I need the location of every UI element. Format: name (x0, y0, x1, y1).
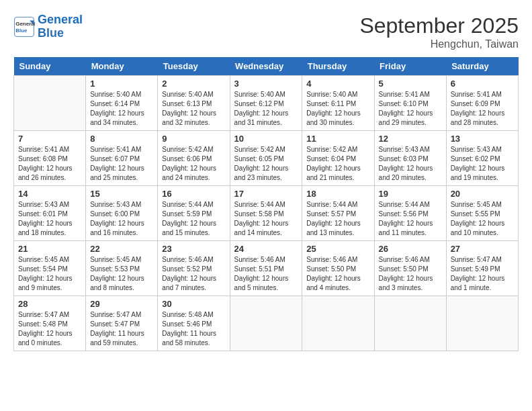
svg-text:Blue: Blue (15, 28, 28, 34)
day-number: 7 (18, 134, 81, 144)
calendar-cell: 4Sunrise: 5:40 AM Sunset: 6:11 PM Daylig… (302, 76, 374, 131)
month-title: September 2025 (359, 13, 519, 38)
day-number: 23 (162, 244, 225, 254)
day-number: 21 (18, 244, 81, 254)
calendar-cell: 1Sunrise: 5:40 AM Sunset: 6:14 PM Daylig… (86, 76, 158, 131)
calendar-cell: 25Sunrise: 5:46 AM Sunset: 5:50 PM Dayli… (302, 241, 374, 296)
calendar-cell: 16Sunrise: 5:44 AM Sunset: 5:59 PM Dayli… (158, 186, 230, 241)
day-info: Sunrise: 5:43 AM Sunset: 6:01 PM Dayligh… (18, 200, 81, 238)
day-info: Sunrise: 5:40 AM Sunset: 6:13 PM Dayligh… (162, 90, 225, 128)
calendar-cell: 29Sunrise: 5:47 AM Sunset: 5:47 PM Dayli… (86, 296, 158, 351)
day-info: Sunrise: 5:46 AM Sunset: 5:50 PM Dayligh… (306, 255, 369, 293)
weekday-header-wednesday: Wednesday (230, 57, 302, 76)
title-area: September 2025 Hengchun, Taiwan (359, 13, 519, 50)
calendar-cell: 21Sunrise: 5:45 AM Sunset: 5:54 PM Dayli… (14, 241, 86, 296)
calendar-cell: 5Sunrise: 5:41 AM Sunset: 6:10 PM Daylig… (374, 76, 446, 131)
day-info: Sunrise: 5:48 AM Sunset: 5:46 PM Dayligh… (162, 310, 225, 348)
day-info: Sunrise: 5:43 AM Sunset: 6:00 PM Dayligh… (90, 200, 153, 238)
day-info: Sunrise: 5:44 AM Sunset: 5:58 PM Dayligh… (234, 200, 298, 238)
weekday-header-sunday: Sunday (14, 57, 86, 76)
calendar-table: SundayMondayTuesdayWednesdayThursdayFrid… (13, 57, 519, 351)
calendar-cell: 28Sunrise: 5:47 AM Sunset: 5:48 PM Dayli… (14, 296, 86, 351)
day-info: Sunrise: 5:46 AM Sunset: 5:52 PM Dayligh… (162, 255, 225, 293)
calendar-cell: 6Sunrise: 5:41 AM Sunset: 6:09 PM Daylig… (446, 76, 518, 131)
calendar-cell: 17Sunrise: 5:44 AM Sunset: 5:58 PM Dayli… (230, 186, 302, 241)
day-number: 12 (379, 134, 442, 144)
calendar-cell (14, 76, 86, 131)
day-info: Sunrise: 5:42 AM Sunset: 6:05 PM Dayligh… (234, 145, 298, 183)
day-number: 29 (90, 299, 153, 309)
day-number: 30 (162, 299, 225, 309)
day-number: 1 (90, 79, 153, 89)
day-info: Sunrise: 5:46 AM Sunset: 5:50 PM Dayligh… (379, 255, 442, 293)
calendar-cell: 13Sunrise: 5:43 AM Sunset: 6:02 PM Dayli… (446, 131, 518, 186)
weekday-header-tuesday: Tuesday (158, 57, 230, 76)
week-row-4: 21Sunrise: 5:45 AM Sunset: 5:54 PM Dayli… (14, 241, 519, 296)
day-number: 26 (379, 244, 442, 254)
week-row-1: 1Sunrise: 5:40 AM Sunset: 6:14 PM Daylig… (14, 76, 519, 131)
day-number: 8 (90, 134, 153, 144)
day-info: Sunrise: 5:44 AM Sunset: 5:56 PM Dayligh… (379, 200, 442, 238)
weekday-header-row: SundayMondayTuesdayWednesdayThursdayFrid… (14, 57, 519, 76)
calendar-cell: 23Sunrise: 5:46 AM Sunset: 5:52 PM Dayli… (158, 241, 230, 296)
calendar-cell: 8Sunrise: 5:41 AM Sunset: 6:07 PM Daylig… (86, 131, 158, 186)
day-info: Sunrise: 5:41 AM Sunset: 6:09 PM Dayligh… (451, 90, 514, 128)
calendar-cell: 24Sunrise: 5:46 AM Sunset: 5:51 PM Dayli… (230, 241, 302, 296)
day-info: Sunrise: 5:45 AM Sunset: 5:54 PM Dayligh… (18, 255, 81, 293)
day-number: 4 (306, 79, 369, 89)
day-number: 20 (451, 189, 514, 199)
calendar-cell (374, 296, 446, 351)
day-number: 2 (162, 79, 225, 89)
weekday-header-monday: Monday (86, 57, 158, 76)
calendar-cell: 18Sunrise: 5:44 AM Sunset: 5:57 PM Dayli… (302, 186, 374, 241)
calendar-cell: 30Sunrise: 5:48 AM Sunset: 5:46 PM Dayli… (158, 296, 230, 351)
day-info: Sunrise: 5:47 AM Sunset: 5:47 PM Dayligh… (90, 310, 153, 348)
week-row-3: 14Sunrise: 5:43 AM Sunset: 6:01 PM Dayli… (14, 186, 519, 241)
day-info: Sunrise: 5:40 AM Sunset: 6:11 PM Dayligh… (306, 90, 369, 128)
day-number: 14 (18, 189, 81, 199)
calendar-cell (230, 296, 302, 351)
header: General Blue General Blue September 2025… (13, 13, 519, 50)
day-number: 6 (451, 79, 514, 89)
day-number: 22 (90, 244, 153, 254)
calendar-cell (446, 296, 518, 351)
day-info: Sunrise: 5:47 AM Sunset: 5:48 PM Dayligh… (18, 310, 81, 348)
calendar-cell: 11Sunrise: 5:42 AM Sunset: 6:04 PM Dayli… (302, 131, 374, 186)
weekday-header-thursday: Thursday (302, 57, 374, 76)
calendar-cell: 2Sunrise: 5:40 AM Sunset: 6:13 PM Daylig… (158, 76, 230, 131)
logo: General Blue General Blue (13, 13, 83, 40)
week-row-2: 7Sunrise: 5:41 AM Sunset: 6:08 PM Daylig… (14, 131, 519, 186)
calendar-cell: 15Sunrise: 5:43 AM Sunset: 6:00 PM Dayli… (86, 186, 158, 241)
day-info: Sunrise: 5:43 AM Sunset: 6:03 PM Dayligh… (379, 145, 442, 183)
calendar-cell: 3Sunrise: 5:40 AM Sunset: 6:12 PM Daylig… (230, 76, 302, 131)
day-number: 25 (306, 244, 369, 254)
day-info: Sunrise: 5:47 AM Sunset: 5:49 PM Dayligh… (451, 255, 514, 293)
logo-wordmark: General Blue (38, 13, 83, 40)
day-number: 16 (162, 189, 225, 199)
location-title: Hengchun, Taiwan (359, 38, 519, 50)
day-info: Sunrise: 5:44 AM Sunset: 5:59 PM Dayligh… (162, 200, 225, 238)
day-number: 15 (90, 189, 153, 199)
day-info: Sunrise: 5:42 AM Sunset: 6:06 PM Dayligh… (162, 145, 225, 183)
day-info: Sunrise: 5:44 AM Sunset: 5:57 PM Dayligh… (306, 200, 369, 238)
calendar-cell: 7Sunrise: 5:41 AM Sunset: 6:08 PM Daylig… (14, 131, 86, 186)
logo-icon: General Blue (13, 16, 35, 38)
day-number: 17 (234, 189, 298, 199)
calendar-cell: 26Sunrise: 5:46 AM Sunset: 5:50 PM Dayli… (374, 241, 446, 296)
day-info: Sunrise: 5:41 AM Sunset: 6:10 PM Dayligh… (379, 90, 442, 128)
day-info: Sunrise: 5:40 AM Sunset: 6:12 PM Dayligh… (234, 90, 298, 128)
calendar-cell: 12Sunrise: 5:43 AM Sunset: 6:03 PM Dayli… (374, 131, 446, 186)
day-info: Sunrise: 5:43 AM Sunset: 6:02 PM Dayligh… (451, 145, 514, 183)
day-number: 3 (234, 79, 298, 89)
calendar-cell: 20Sunrise: 5:45 AM Sunset: 5:55 PM Dayli… (446, 186, 518, 241)
calendar-cell: 10Sunrise: 5:42 AM Sunset: 6:05 PM Dayli… (230, 131, 302, 186)
day-number: 24 (234, 244, 298, 254)
day-info: Sunrise: 5:42 AM Sunset: 6:04 PM Dayligh… (306, 145, 369, 183)
day-number: 19 (379, 189, 442, 199)
day-info: Sunrise: 5:41 AM Sunset: 6:08 PM Dayligh… (18, 145, 81, 183)
day-number: 11 (306, 134, 369, 144)
day-number: 5 (379, 79, 442, 89)
weekday-header-friday: Friday (374, 57, 446, 76)
day-number: 10 (234, 134, 298, 144)
day-number: 18 (306, 189, 369, 199)
